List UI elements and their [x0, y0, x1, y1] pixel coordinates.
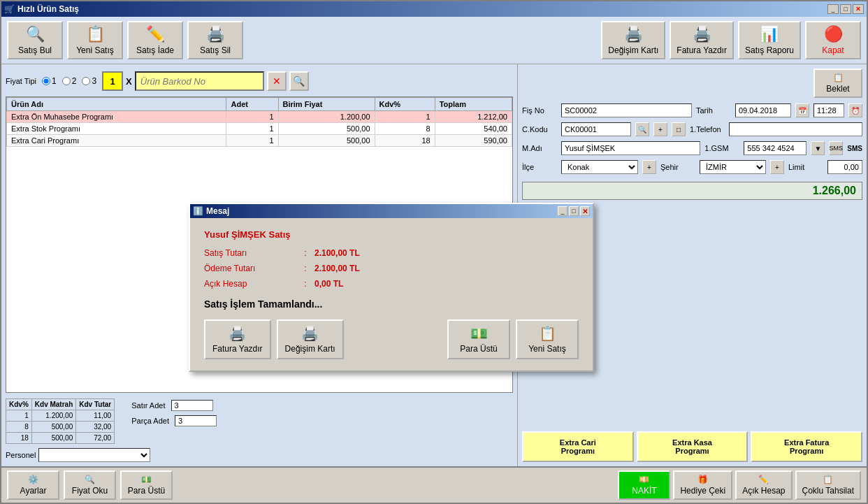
radio-1-input[interactable] [42, 77, 50, 85]
modal-close-button[interactable]: ✕ [580, 206, 590, 216]
gsm1-input[interactable] [744, 141, 806, 155]
satis-bul-button[interactable]: 🔍 Satış Bul [7, 21, 63, 59]
modal-para-ustu-button[interactable]: 💵 Para Üstü [447, 319, 510, 359]
beklet-label: Beklet [826, 84, 849, 94]
fis-no-input[interactable] [561, 103, 692, 117]
personel-label: Personel [6, 451, 36, 459]
new-sale-icon: 📋 [86, 25, 105, 43]
modal-title-icon: ℹ️ [193, 206, 203, 216]
hediye-ceki-button[interactable]: 🎁 Hediye Çeki [673, 470, 732, 500]
ilce-add-button[interactable]: + [642, 160, 656, 174]
limit-label: Limit [788, 163, 823, 171]
madi-row: M.Adı 1.GSM ▼ SMS SMS [522, 141, 862, 155]
table-row[interactable]: Extra Stok Programı 1 500,00 8 540,00 [7, 123, 512, 135]
barcode-clear-button[interactable]: ✕ [267, 71, 287, 91]
minimize-button[interactable]: _ [827, 4, 839, 14]
fiyat-oku-button[interactable]: 🔍 Fiyat Oku [64, 470, 116, 500]
cell-birim: 500,00 [278, 135, 375, 147]
tel1-input[interactable] [729, 122, 862, 136]
price-type-label: Fiyat Tipi [6, 77, 36, 85]
parca-adet-value: 3 [175, 415, 217, 426]
sehir-label: Şehir [660, 163, 695, 171]
radio-3-input[interactable] [82, 77, 90, 85]
tarih-calendar-button[interactable]: 📅 [795, 103, 809, 117]
acik-hesap-button[interactable]: ✏️ Açık Hesap [735, 470, 792, 500]
degisim-karti-button[interactable]: 🖨️ Değişim Kartı [601, 21, 665, 59]
modal-degisim-karti-button[interactable]: 🖨️ Değişim Kartı [277, 319, 344, 359]
kdv-pct: 8 [6, 422, 32, 433]
cell-adet: 1 [226, 111, 278, 123]
satis-raporu-button[interactable]: 📊 Satış Raporu [738, 21, 801, 59]
total-amount: 1.266,00 [522, 182, 862, 200]
cell-birim: 500,00 [278, 123, 375, 135]
extra-cari-button[interactable]: Extra CariProgramı [522, 431, 634, 462]
satis-iade-button[interactable]: ✏️ Satış İade [127, 21, 183, 59]
saat-input[interactable] [813, 103, 844, 117]
quantity-box: 1 [102, 71, 123, 91]
cell-urun-adi: Extra Ön Muhasebe Programı [7, 111, 226, 123]
barcode-input[interactable] [135, 71, 264, 91]
limit-input[interactable] [827, 160, 862, 174]
cell-toplam: 590,00 [435, 135, 512, 147]
ckodu-row: C.Kodu 🔍 + □ 1.Telefon [522, 122, 862, 136]
ckodu-add-button[interactable]: + [653, 122, 667, 136]
mesaj-modal: ℹ️ Mesaj _ □ ✕ Yusuf ŞİMŞEK Satış Satış … [189, 203, 594, 372]
modal-titlebar: ℹ️ Mesaj _ □ ✕ [190, 204, 593, 218]
sms-label: SMS [847, 145, 862, 152]
ckodu-search-button[interactable]: 🔍 [635, 122, 649, 136]
acik-hesap-row: Açık Hesap : 0,00 TL [204, 279, 579, 289]
col-adet: Adet [226, 98, 278, 111]
saat-button[interactable]: ⏰ [848, 103, 862, 117]
barcode-search-button[interactable]: 🔍 [289, 71, 309, 91]
radio-2-input[interactable] [62, 77, 71, 85]
yeni-satis-button[interactable]: 📋 Yeni Satış [67, 21, 123, 59]
personel-select[interactable] [38, 448, 150, 462]
ckodu-input[interactable] [561, 122, 631, 136]
kdv-matrah: 1.200,00 [31, 410, 75, 422]
cell-adet: 1 [226, 123, 278, 135]
modal-minimize[interactable]: _ [558, 206, 567, 216]
radio-3-label: 3 [92, 76, 96, 86]
modal-yeni-icon: 📋 [539, 325, 556, 342]
table-row[interactable]: Extra Cari Programı 1 500,00 18 590,00 [7, 135, 512, 147]
nakit-button[interactable]: 💴 NAKİT [618, 470, 670, 500]
cell-toplam: 1.212,00 [435, 111, 512, 123]
fis-no-label: Fiş No [522, 106, 557, 115]
coklu-tahsilat-button[interactable]: 📋 Çoklu Tahsilat [795, 470, 861, 500]
cell-adet: 1 [226, 135, 278, 147]
fatura-yazdir-button[interactable]: 🖨️ Fatura Yazdır [670, 21, 734, 59]
modal-yeni-satis-button[interactable]: 📋 Yeni Satış [516, 319, 579, 359]
close-button[interactable]: ✕ [853, 4, 864, 14]
sehir-select[interactable]: İZMİR [700, 160, 766, 174]
sms-button[interactable]: SMS [829, 141, 843, 155]
tarih-input[interactable] [735, 103, 791, 117]
col-urun-adi: Ürün Adı [7, 98, 226, 111]
col-toplam: Toplam [435, 98, 512, 111]
ayarlar-button[interactable]: ⚙️ Ayarlar [7, 470, 59, 500]
satis-sil-button[interactable]: 🖨️ Satış Sil [187, 21, 243, 59]
extra-kasa-button[interactable]: Extra KasaProgramı [637, 431, 748, 462]
acik-hesap-label: Açık Hesap [204, 279, 302, 289]
beklet-button[interactable]: 📋 Beklet [813, 69, 862, 98]
para-ustu-button[interactable]: 💵 Para Üstü [120, 470, 173, 500]
col-kdv: Kdv% [375, 98, 435, 111]
madi-input[interactable] [561, 141, 700, 155]
sehir-add-button[interactable]: + [770, 160, 784, 174]
ckodu-edit-button[interactable]: □ [672, 122, 686, 136]
extra-fatura-button[interactable]: Extra FaturaProgramı [751, 431, 862, 462]
maximize-button[interactable]: □ [840, 4, 851, 14]
kapat-button[interactable]: 🔴 Kapat [805, 21, 861, 59]
table-header-row: Ürün Adı Adet Birim Fiyat Kdv% Toplam [7, 98, 512, 111]
modal-maximize[interactable]: □ [569, 206, 579, 216]
table-row[interactable]: Extra Ön Muhasebe Programı 1 1.200,00 1 … [7, 111, 512, 123]
modal-yeni-label: Yeni Satış [528, 344, 566, 354]
close-icon: 🔴 [824, 25, 843, 43]
gsm1-label: 1.GSM [704, 144, 739, 152]
modal-fatura-yazdir-button[interactable]: 🖨️ Fatura Yazdır [204, 319, 271, 359]
toolbar-right: 🖨️ Değişim Kartı 🖨️ Fatura Yazdır 📊 Satı… [601, 21, 861, 59]
radio-2: 2 [62, 76, 77, 86]
fis-no-row: Fiş No Tarih 📅 ⏰ [522, 103, 862, 117]
gsm1-dropdown[interactable]: ▼ [811, 141, 825, 155]
beklet-icon: 📋 [833, 73, 844, 82]
ilce-select[interactable]: Konak [561, 160, 638, 174]
